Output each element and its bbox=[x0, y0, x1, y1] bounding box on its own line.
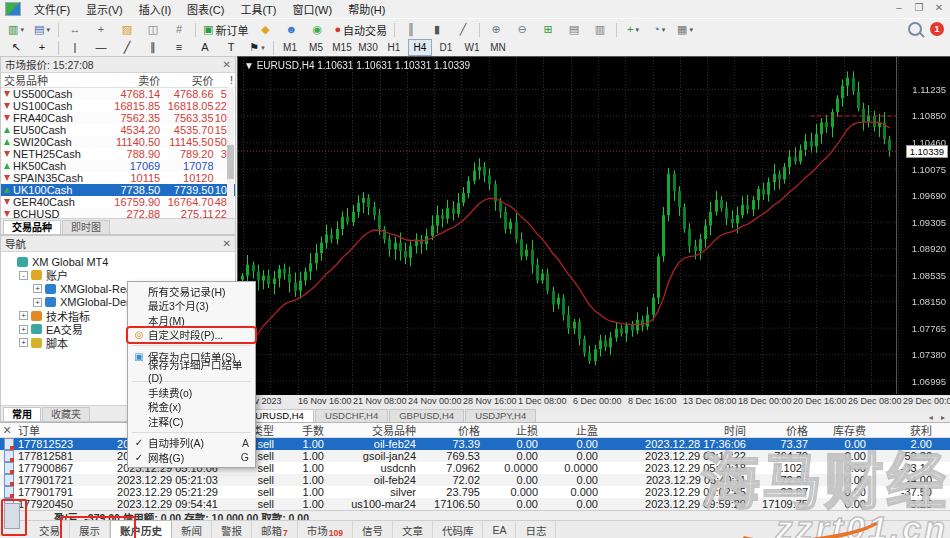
market-watch-row[interactable]: NETH25Cash788.90789.2030 bbox=[1, 148, 235, 160]
timeframe-M1[interactable]: M1 bbox=[278, 39, 302, 56]
expand-icon[interactable]: + bbox=[33, 284, 42, 293]
menu-item-自动排列(A)[interactable]: ✓自动排列(A)A bbox=[128, 436, 255, 451]
tile-windows-button[interactable]: ⊞ bbox=[536, 20, 560, 39]
close-button[interactable]: ✕ bbox=[932, 2, 946, 13]
vline-tool[interactable]: | bbox=[63, 38, 87, 57]
terminal-tab-展示[interactable]: 展示 bbox=[70, 521, 110, 538]
autotrading-button[interactable]: ●自动交易 bbox=[331, 20, 390, 39]
folder-button[interactable]: ▨ bbox=[115, 20, 139, 39]
terminal-col-4[interactable]: 交易品种 bbox=[330, 422, 422, 438]
terminal-close-icon[interactable]: ✕ bbox=[0, 424, 14, 437]
cascade-button[interactable]: ▤ bbox=[562, 20, 586, 39]
restore-button[interactable]: ❐ bbox=[912, 2, 926, 13]
timeframe-H4[interactable]: H4 bbox=[408, 39, 432, 56]
new-chart-button[interactable]: ▥▾ bbox=[4, 20, 28, 39]
market-watch-scrollbar[interactable] bbox=[227, 87, 234, 218]
crosshair-tool[interactable]: + bbox=[30, 38, 54, 57]
profiles-button[interactable]: ▤▾ bbox=[30, 20, 54, 39]
navigator-tab-常用[interactable]: 常用 bbox=[3, 407, 41, 421]
menu-工具(T)[interactable]: 工具(T) bbox=[232, 3, 284, 17]
fibo-tool[interactable]: ≡ bbox=[167, 38, 191, 57]
tester-button[interactable]: # bbox=[167, 20, 191, 39]
data-window-button[interactable]: ◫ bbox=[141, 20, 165, 39]
zoom-in-button[interactable]: ⊕ bbox=[484, 20, 508, 39]
timeframe-M30[interactable]: M30 bbox=[356, 39, 380, 56]
auto-scroll-button[interactable]: + bbox=[89, 20, 113, 39]
expand-icon[interactable]: + bbox=[33, 298, 42, 307]
menu-item-注释(C)[interactable]: 注释(C) bbox=[128, 414, 255, 429]
menu-item-本月(M)[interactable]: 本月(M) bbox=[128, 313, 255, 328]
order-row[interactable]: 1779017212023.12.29 05:21:03sell1.00oil-… bbox=[0, 474, 950, 486]
terminal-col-6[interactable]: 止损 bbox=[486, 422, 544, 438]
terminal-tab-交易[interactable]: 交易 bbox=[30, 521, 70, 538]
market-watch-row[interactable]: UK100Cash7738.507739.50100 bbox=[1, 184, 235, 196]
menu-窗口(W)[interactable]: 窗口(W) bbox=[284, 3, 340, 17]
chart-tab-scroll-arrows[interactable]: ◂ ▸ bbox=[929, 413, 948, 422]
market-watch-row[interactable]: EU50Cash4534.204535.70150 bbox=[1, 124, 235, 136]
website-button[interactable]: ◉ bbox=[305, 20, 329, 39]
terminal-tab-信号[interactable]: 信号 bbox=[353, 521, 393, 538]
market-watch-tab-即时图[interactable]: 即时图 bbox=[62, 220, 110, 234]
market-watch-row[interactable]: FRA40Cash7562.357563.35100 bbox=[1, 112, 235, 124]
zoom-out-button[interactable]: ⊖ bbox=[510, 20, 534, 39]
chart-window[interactable]: ▼ EURUSD,H4 1.10631 1.10631 1.10331 1.10… bbox=[237, 56, 950, 395]
nav-item-账户[interactable]: -账户 bbox=[1, 269, 235, 283]
terminal-col-3[interactable]: 手数 bbox=[280, 422, 330, 438]
terminal-tab-文章[interactable]: 文章 bbox=[393, 521, 433, 538]
terminal-tab-EA[interactable]: EA bbox=[483, 522, 516, 538]
expand-icon[interactable]: + bbox=[19, 325, 28, 334]
menu-插入(I)[interactable]: 插入(I) bbox=[131, 3, 179, 17]
mw-col-卖价[interactable]: 卖价 bbox=[105, 72, 160, 88]
menu-item-所有交易记录(H)[interactable]: 所有交易记录(H) bbox=[128, 284, 255, 299]
market-watch-close-icon[interactable]: ✕ bbox=[223, 59, 231, 70]
market-watch-row[interactable]: HK50Cash17069170789 bbox=[1, 160, 235, 172]
terminal-tab-市场[interactable]: 市场109 bbox=[298, 521, 353, 538]
metaeditor-button[interactable]: ◆ bbox=[253, 20, 277, 39]
menu-item-手续费(o)[interactable]: 手续费(o) bbox=[128, 385, 255, 400]
menu-item-税金(x)[interactable]: 税金(x) bbox=[128, 400, 255, 415]
timeframe-D1[interactable]: D1 bbox=[434, 39, 458, 56]
timeframe-H1[interactable]: H1 bbox=[382, 39, 406, 56]
indicators-button[interactable]: +▾ bbox=[621, 20, 645, 39]
mw-col-买价[interactable]: 买价 bbox=[160, 72, 213, 88]
market-watch-row[interactable]: US100Cash16815.8516818.05220 bbox=[1, 100, 235, 112]
terminal-tab-账户历史[interactable]: 账户历史 bbox=[110, 520, 172, 538]
line-chart-button[interactable]: ╱ bbox=[451, 20, 475, 39]
navigator-tab-收藏夹[interactable]: 收藏夹 bbox=[42, 407, 90, 421]
search-icon[interactable] bbox=[908, 22, 922, 36]
menu-显示(V)[interactable]: 显示(V) bbox=[78, 3, 131, 17]
menu-item-自定义时段(P)...[interactable]: ◎自定义时段(P)... bbox=[128, 328, 255, 343]
chart-tab-USDJPY,H4[interactable]: USDJPY,H4 bbox=[465, 409, 536, 422]
mw-col-交易品种[interactable]: 交易品种 bbox=[1, 72, 105, 88]
shapes-tool[interactable]: ⚑▾ bbox=[245, 38, 269, 57]
new-order-button[interactable]: ▣新订单 bbox=[200, 20, 251, 39]
chart-canvas[interactable] bbox=[238, 57, 950, 396]
order-row[interactable]: 1779204502023.12.29 09:54:41sell1.00us10… bbox=[0, 498, 950, 510]
hline-tool[interactable]: — bbox=[89, 38, 113, 57]
order-row[interactable]: 1779017912023.12.29 05:21:29sell1.00silv… bbox=[0, 486, 950, 498]
terminal-corner-icon[interactable] bbox=[4, 503, 20, 529]
trendline-tool[interactable]: ╱ bbox=[115, 38, 139, 57]
menu-item-保存为详细户口结单(D)[interactable]: 保存为详细户口结单(D) bbox=[128, 364, 255, 379]
minimize-button[interactable]: – bbox=[892, 2, 906, 13]
terminal-col-7[interactable]: 止盈 bbox=[544, 422, 604, 438]
expand-icon[interactable]: + bbox=[19, 311, 28, 320]
terminal-tab-邮箱[interactable]: 邮箱7 bbox=[252, 521, 298, 538]
expand-icon[interactable]: + bbox=[19, 338, 28, 347]
terminal-col-9[interactable]: 价格 bbox=[752, 422, 814, 438]
terminal-col-8[interactable]: 时间 bbox=[604, 422, 752, 438]
terminal-col-10[interactable]: 库存费 bbox=[814, 422, 872, 438]
market-watch-row[interactable]: SWI20Cash11140.5011145.50500 bbox=[1, 136, 235, 148]
notification-badge[interactable]: 1 bbox=[930, 22, 944, 36]
market-watch-row[interactable]: GER40Cash16759.9016764.70480 bbox=[1, 196, 235, 208]
terminal-tab-代码库[interactable]: 代码库 bbox=[433, 521, 484, 538]
terminal-tab-新闻[interactable]: 新闻 bbox=[172, 521, 212, 538]
nav-item-XM Global MT4[interactable]: XM Global MT4 bbox=[1, 255, 235, 269]
candlestick-button[interactable]: ▮ bbox=[425, 20, 449, 39]
timeframe-M5[interactable]: M5 bbox=[304, 39, 328, 56]
market-watch-row[interactable]: US500Cash4768.144768.6652 bbox=[1, 88, 235, 100]
community-button[interactable]: ☻ bbox=[279, 20, 303, 39]
menu-文件(F)[interactable]: 文件(F) bbox=[26, 3, 78, 17]
timeframe-MN[interactable]: MN bbox=[486, 39, 510, 56]
chart-tab-USDCHF,H4[interactable]: USDCHF,H4 bbox=[315, 409, 388, 422]
